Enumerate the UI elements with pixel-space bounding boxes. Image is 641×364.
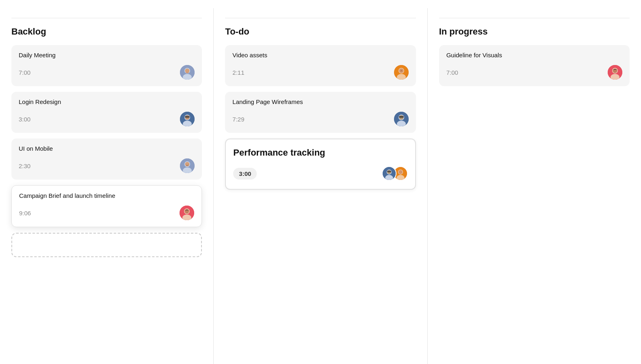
card-footer: 9:06 bbox=[19, 206, 194, 220]
avatar bbox=[180, 206, 194, 220]
avatar bbox=[180, 65, 195, 80]
svg-rect-26 bbox=[399, 116, 404, 118]
avatar bbox=[394, 65, 409, 80]
card-time: 3:00 bbox=[19, 116, 30, 123]
card-time-badge: 3:00 bbox=[233, 168, 257, 180]
column-divider bbox=[11, 18, 202, 18]
card-title: Login Redesign bbox=[19, 98, 195, 105]
column-divider bbox=[225, 18, 416, 18]
card-footer: 7:00 bbox=[446, 65, 622, 80]
card-footer: 2:30 bbox=[19, 158, 195, 173]
avatar-1 bbox=[382, 166, 396, 181]
card-title: Landing Page Wireframes bbox=[232, 98, 408, 105]
avatar bbox=[180, 112, 195, 126]
column-todo: To-do Video assets 2:11 Landing Pa bbox=[214, 8, 427, 364]
column-divider bbox=[439, 18, 630, 18]
card-ui-on-mobile[interactable]: UI on Mobile 2:30 bbox=[11, 139, 202, 180]
card-footer: 7:00 bbox=[19, 65, 195, 80]
card-title: Video assets bbox=[232, 52, 408, 58]
svg-rect-31 bbox=[387, 171, 391, 172]
drop-zone[interactable] bbox=[11, 233, 202, 257]
column-title-in-progress: In progress bbox=[439, 26, 630, 37]
card-footer: 3:00 bbox=[19, 112, 195, 126]
card-time: 7:00 bbox=[446, 69, 458, 76]
card-title: Performance tracking bbox=[233, 147, 407, 158]
card-time: 2:11 bbox=[232, 69, 244, 76]
card-performance-tracking[interactable]: Performance tracking 3:00 bbox=[225, 139, 416, 190]
avatar bbox=[180, 158, 195, 173]
avatar bbox=[608, 65, 622, 80]
card-title: UI on Mobile bbox=[19, 145, 195, 152]
card-title: Guideline for Visuals bbox=[446, 52, 622, 58]
card-daily-meeting[interactable]: Daily Meeting 7:00 bbox=[11, 45, 202, 86]
column-title-backlog: Backlog bbox=[11, 26, 202, 37]
card-landing-page[interactable]: Landing Page Wireframes 7:29 bbox=[225, 92, 416, 133]
card-campaign-brief[interactable]: Campaign Brief and launch timeline 9:06 bbox=[11, 185, 202, 227]
card-time: 7:00 bbox=[19, 69, 30, 76]
kanban-board: Backlog Daily Meeting 7:00 Login R bbox=[0, 0, 641, 364]
svg-point-3 bbox=[185, 69, 190, 73]
card-title: Campaign Brief and launch timeline bbox=[19, 192, 194, 199]
card-login-redesign[interactable]: Login Redesign 3:00 bbox=[11, 92, 202, 133]
svg-point-35 bbox=[398, 170, 403, 174]
avatar bbox=[394, 112, 409, 126]
card-footer: 3:00 bbox=[233, 166, 407, 181]
column-in-progress: In progress Guideline for Visuals 7:00 bbox=[428, 8, 641, 364]
card-video-assets[interactable]: Video assets 2:11 bbox=[225, 45, 416, 86]
svg-rect-8 bbox=[185, 116, 190, 118]
card-title: Daily Meeting bbox=[19, 52, 195, 58]
svg-point-21 bbox=[401, 70, 402, 72]
column-backlog: Backlog Daily Meeting 7:00 Login R bbox=[0, 8, 214, 364]
card-time: 7:29 bbox=[232, 116, 244, 123]
card-footer: 2:11 bbox=[232, 65, 408, 80]
avatar-group bbox=[382, 166, 408, 181]
column-title-todo: To-do bbox=[225, 26, 416, 37]
card-time: 9:06 bbox=[19, 210, 31, 217]
card-footer: 7:29 bbox=[232, 112, 408, 126]
card-time: 2:30 bbox=[19, 162, 30, 169]
card-guideline-visuals[interactable]: Guideline for Visuals 7:00 bbox=[439, 45, 630, 86]
